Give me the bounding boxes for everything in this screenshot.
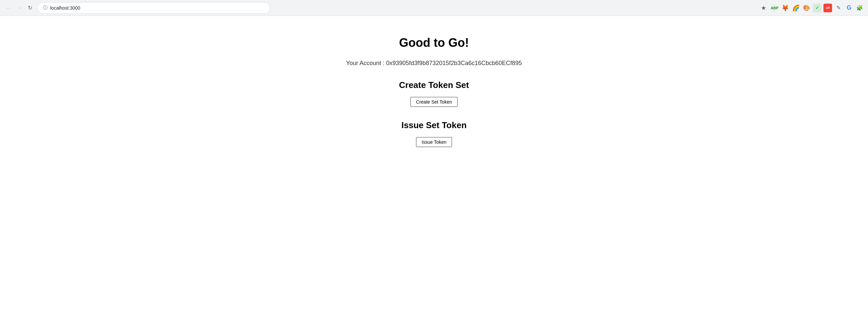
toolbar-right: ★ ABP 🦊 🌈 🎨 ✓ off ✎ G 🧩 [759, 3, 864, 12]
color-wheel-extension-icon[interactable]: 🎨 [802, 4, 811, 12]
back-button[interactable]: ← [4, 3, 13, 12]
g-extension-icon[interactable]: G [845, 4, 854, 12]
extensions-menu-icon[interactable]: 🧩 [855, 4, 864, 12]
forward-button[interactable]: → [14, 3, 24, 12]
bookmark-star-icon[interactable]: ★ [759, 3, 768, 12]
main-heading: Good to Go! [399, 36, 469, 50]
pen-extension-icon[interactable]: ✎ [834, 4, 843, 12]
metamask-extension-icon[interactable]: 🦊 [781, 4, 789, 12]
rainbow-extension-icon[interactable]: 🌈 [792, 4, 800, 12]
url-display: localhost:3000 [50, 5, 80, 11]
issue-set-token-title: Issue Set Token [401, 120, 467, 131]
security-icon: ⓘ [43, 5, 48, 11]
browser-chrome: ← → ↻ ⓘ localhost:3000 ★ ABP 🦊 🌈 🎨 ✓ off… [0, 0, 868, 16]
reload-button[interactable]: ↻ [25, 3, 35, 12]
issue-token-button[interactable]: Issue Token [416, 137, 452, 147]
create-set-token-button[interactable]: Create Set Token [410, 97, 458, 107]
page-content: Good to Go! Your Account : 0x93905fd3f9b… [0, 16, 868, 160]
nav-buttons: ← → ↻ [4, 3, 35, 12]
abp-extension-icon[interactable]: ABP [770, 4, 779, 12]
off-extension-icon[interactable]: off [824, 4, 832, 12]
green-extension-icon[interactable]: ✓ [813, 4, 822, 12]
create-token-set-title: Create Token Set [399, 80, 469, 90]
address-bar[interactable]: ⓘ localhost:3000 [37, 2, 270, 13]
account-address: Your Account : 0x93905fd3f9b8732015f2b3C… [346, 60, 522, 67]
